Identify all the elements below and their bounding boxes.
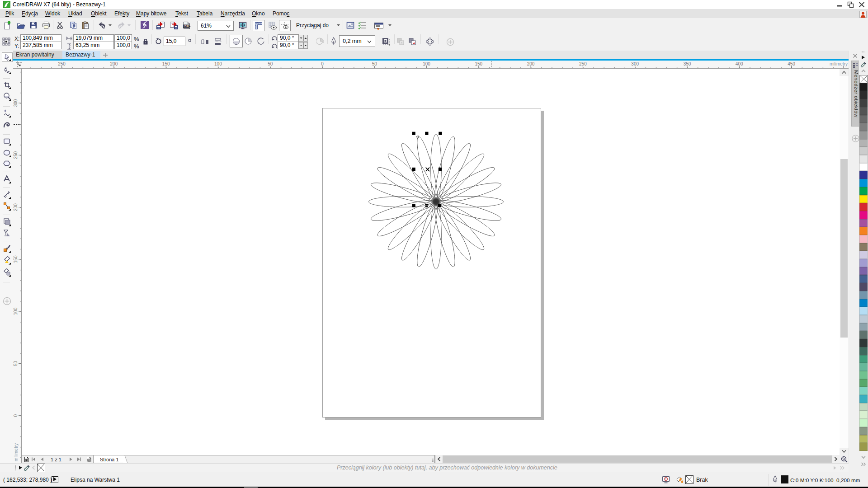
svg-text:100: 100 bbox=[423, 61, 430, 66]
svg-text:0: 0 bbox=[321, 61, 324, 66]
svg-text:milimetry: milimetry bbox=[14, 443, 19, 461]
svg-text:200: 200 bbox=[110, 61, 118, 66]
svg-text:250: 250 bbox=[579, 61, 587, 66]
svg-text:450: 450 bbox=[788, 61, 795, 66]
svg-text:50: 50 bbox=[372, 61, 377, 66]
svg-text:250: 250 bbox=[13, 151, 18, 159]
svg-text:150: 150 bbox=[162, 61, 170, 66]
svg-text:300: 300 bbox=[631, 61, 639, 66]
svg-text:100: 100 bbox=[13, 307, 18, 315]
svg-text:50: 50 bbox=[268, 61, 273, 66]
svg-text:100: 100 bbox=[214, 61, 222, 66]
svg-text:200: 200 bbox=[13, 203, 18, 211]
svg-text:PDF: PDF bbox=[184, 24, 189, 28]
svg-text:50: 50 bbox=[13, 361, 18, 366]
svg-text:350: 350 bbox=[684, 61, 691, 66]
svg-text:200: 200 bbox=[527, 61, 535, 66]
svg-text:250: 250 bbox=[58, 61, 66, 66]
svg-text:300: 300 bbox=[13, 99, 18, 107]
svg-text:400: 400 bbox=[736, 61, 743, 66]
svg-text:0: 0 bbox=[13, 414, 18, 417]
svg-text:150: 150 bbox=[475, 61, 482, 66]
svg-text:150: 150 bbox=[13, 255, 18, 263]
svg-text:milimetry: milimetry bbox=[830, 61, 848, 66]
